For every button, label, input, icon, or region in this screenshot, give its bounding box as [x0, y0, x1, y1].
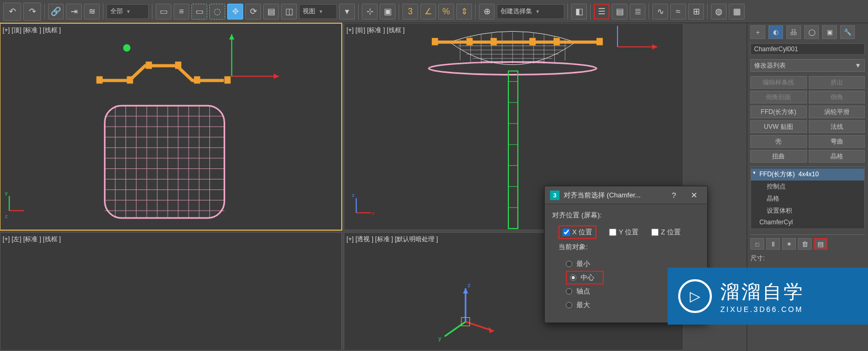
mod-twist[interactable]: 扭曲	[750, 150, 807, 163]
mod-shell[interactable]: 壳	[750, 135, 807, 148]
spinner-snap-button[interactable]: ⇕	[456, 4, 472, 20]
svg-rect-18	[432, 38, 438, 45]
schematic-view-button[interactable]: ⊞	[688, 4, 704, 20]
axis-constraint-button[interactable]: ⊕	[479, 4, 495, 20]
mod-edit-spline[interactable]: 编辑样条线	[750, 76, 807, 89]
select-rotate-button[interactable]: ⟳	[245, 4, 261, 20]
dialog-close-button[interactable]: ✕	[686, 191, 702, 200]
svg-rect-6	[194, 76, 200, 83]
named-selection-label: 创建选择集	[500, 7, 532, 16]
rect-region-button[interactable]: ▭	[191, 4, 207, 20]
viewport-left[interactable]: [+] [左] [标准 ] [线框 ]	[0, 232, 342, 350]
chevron-down-icon: ▼	[319, 9, 323, 14]
z-position-checkbox[interactable]: Z 位置	[651, 225, 681, 239]
y-position-label: Y 位置	[619, 227, 639, 237]
select-manip-button[interactable]: ⊹	[362, 4, 378, 20]
modifier-list-dropdown[interactable]: 修改器列表 ▼	[750, 59, 865, 72]
remove-modifier-button[interactable]: 🗑	[798, 238, 812, 250]
undo-button[interactable]: ↶	[3, 3, 21, 21]
radio-center[interactable]: 中心	[566, 271, 604, 284]
chevron-down-icon: ▼	[855, 62, 861, 69]
main-toolbar: ↶ ↷ 🔗 ⇥ ≋ 全部 ▼ ▭ ≡ ▭ ◌ ✥ ⟳ ▤ ◫ 视图 ▼ ▾ ⊹ …	[0, 0, 868, 23]
hierarchy-tab[interactable]: 品	[786, 25, 801, 39]
mod-lattice[interactable]: 晶格	[809, 150, 865, 163]
toggle-ribbon-button[interactable]: ≣	[630, 4, 645, 20]
select-move-button[interactable]: ✥	[227, 4, 243, 20]
chevron-down-icon: ▼	[535, 9, 540, 14]
align-button[interactable]: ☰	[594, 4, 610, 20]
mod-extrude[interactable]: 挤出	[809, 76, 865, 89]
svg-rect-23	[596, 38, 603, 45]
layer-explorer-button[interactable]: ▤	[612, 4, 628, 20]
x-position-checkbox[interactable]: X 位置	[558, 225, 596, 239]
selection-filter-dropdown[interactable]: 全部 ▼	[107, 4, 149, 19]
stack-ffd[interactable]: ▾ FFD(长方体) 4x4x10	[751, 168, 864, 181]
svg-text:z: z	[468, 282, 471, 288]
object-name-field[interactable]: ChamferCyl001	[750, 43, 865, 55]
display-tab[interactable]: ▣	[822, 25, 837, 39]
current-object-label: 当前对象:	[558, 242, 700, 252]
snap-toggle-button[interactable]: 3	[402, 4, 418, 20]
select-scale-button[interactable]: ▤	[263, 4, 279, 20]
mod-normal[interactable]: 法线	[809, 120, 865, 133]
svg-point-16	[429, 62, 596, 75]
utilities-tab[interactable]: 🔧	[840, 25, 855, 39]
named-selection-dropdown[interactable]: 创建选择集 ▼	[497, 4, 564, 19]
dialog-titlebar[interactable]: 3 对齐当前选择 (Chamfer... ? ✕	[545, 186, 707, 204]
curve-editor-button[interactable]: ∿	[652, 4, 668, 20]
svg-rect-24	[508, 71, 518, 229]
mod-turbosmooth[interactable]: 涡轮平滑	[809, 106, 865, 118]
show-end-result-button[interactable]: Ⅱ	[766, 238, 780, 250]
dialog-title: 对齐当前选择 (Chamfer...	[564, 191, 662, 200]
viewport-top[interactable]: [+] [顶] [标准 ] [线框 ]	[0, 23, 342, 230]
mod-bend[interactable]: 弯曲	[809, 135, 865, 148]
motion-tab[interactable]: ◯	[804, 25, 819, 39]
use-pivot-button[interactable]: ▾	[339, 4, 355, 20]
svg-text:x: x	[372, 210, 374, 216]
viewport-top-scene: y z	[1, 24, 341, 230]
modifier-list-label: 修改器列表	[754, 61, 786, 70]
more-tools-button[interactable]: ▦	[729, 4, 745, 20]
stack-sub-lattice[interactable]: 晶格	[751, 193, 864, 205]
mod-chamfer[interactable]: 倒角	[809, 91, 865, 103]
mirror-button[interactable]: ◧	[571, 4, 587, 20]
select-object-button[interactable]: ▭	[156, 4, 171, 20]
unlink-button[interactable]: ⇥	[66, 4, 82, 20]
mod-ffd-box[interactable]: FFD(长方体)	[750, 106, 807, 118]
y-position-input[interactable]	[609, 229, 616, 236]
select-by-name-button[interactable]: ≡	[173, 4, 189, 20]
y-position-checkbox[interactable]: Y 位置	[609, 225, 639, 239]
stack-sub-controlpoints[interactable]: 控制点	[751, 181, 864, 193]
dialog-help-button[interactable]: ?	[666, 191, 682, 200]
window-crossing-button[interactable]: ◌	[209, 4, 225, 20]
app-3ds-icon: 3	[550, 191, 560, 200]
stack-sub-setvolume[interactable]: 设置体积	[751, 205, 864, 217]
ref-coord-dropdown[interactable]: 视图 ▼	[299, 4, 337, 19]
svg-text:y: y	[5, 190, 8, 196]
z-position-input[interactable]	[651, 229, 659, 236]
stack-base-object[interactable]: ChamferCyl	[751, 217, 864, 227]
material-editor-button[interactable]: ◍	[711, 4, 727, 20]
mod-uvw[interactable]: UVW 贴图	[750, 120, 807, 133]
create-tab[interactable]: ＋	[750, 25, 765, 39]
redo-button[interactable]: ↷	[23, 3, 41, 21]
x-position-input[interactable]	[563, 229, 570, 236]
dope-sheet-button[interactable]: ≈	[670, 4, 686, 20]
angle-snap-button[interactable]: ∠	[420, 4, 436, 20]
make-unique-button[interactable]: ✶	[782, 238, 796, 250]
svg-rect-22	[554, 38, 560, 45]
mod-bevel-prof[interactable]: 倒角剖面	[750, 91, 807, 103]
modify-tab[interactable]: ◐	[768, 25, 783, 39]
bind-button[interactable]: ≋	[84, 4, 100, 20]
pin-stack-button[interactable]: ⏍	[750, 238, 764, 250]
percent-snap-button[interactable]: %	[438, 4, 454, 20]
watermark-sub: ZIXUE.3D66.COM	[720, 305, 805, 314]
viewport-left-label: [+] [左] [标准 ] [线框 ]	[3, 235, 61, 244]
configure-sets-button[interactable]: ▤	[814, 238, 827, 250]
link-button[interactable]: 🔗	[48, 4, 64, 20]
select-place-button[interactable]: ◫	[281, 4, 297, 20]
svg-marker-33	[652, 44, 658, 50]
keyboard-shortcut-button[interactable]: ▣	[380, 4, 396, 20]
object-name-value: ChamferCyl001	[754, 45, 798, 53]
chevron-down-icon: ▼	[126, 9, 131, 14]
